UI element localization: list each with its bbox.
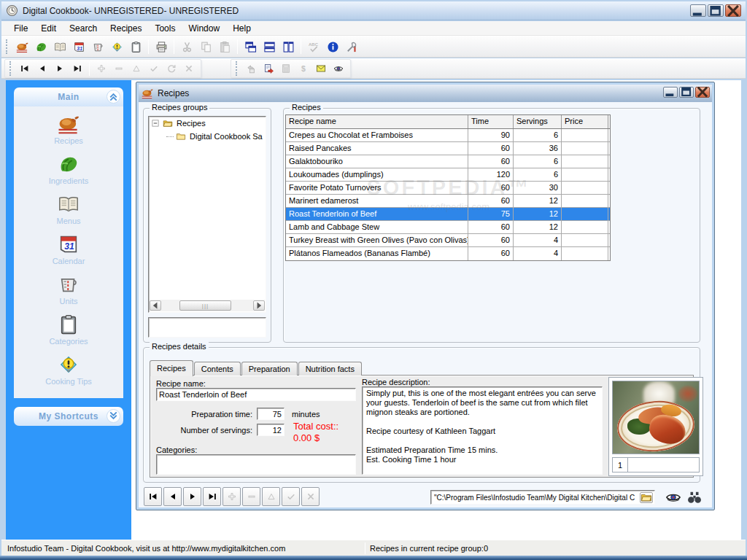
column-header-recipe-name[interactable]: Recipe name (286, 115, 468, 128)
copy-button[interactable] (196, 38, 215, 55)
tree-node-recipes[interactable]: Recipes (149, 117, 266, 130)
delete-record-button[interactable] (242, 487, 260, 506)
table-row[interactable]: Raised Pancakes6036 (286, 142, 610, 155)
scrollbar-thumb[interactable]: ||| (179, 300, 231, 311)
menu-help[interactable]: Help (226, 22, 258, 35)
preparation-time-input[interactable]: 75 (257, 408, 285, 420)
spellcheck-abc-button[interactable]: ABC (304, 38, 323, 55)
recipe-path-field[interactable]: "C:\Program Files\Infostudio Team\My Dig… (430, 490, 655, 505)
nav-first-button[interactable] (144, 487, 162, 506)
units-cup-button[interactable] (88, 38, 107, 55)
categories-input[interactable] (156, 454, 356, 475)
browse-folder-button[interactable] (640, 492, 653, 503)
menu-recipes[interactable]: Recipes (104, 22, 148, 35)
calendar-button[interactable]: 31 (69, 38, 88, 55)
table-row[interactable]: Favorite Potato Turnovers6030 (286, 182, 610, 195)
tab-preparation[interactable]: Preparation (241, 362, 298, 376)
nav-prev-button[interactable] (34, 61, 51, 77)
cancel-record-button[interactable] (180, 61, 198, 77)
table-row[interactable]: Turkey Breast with Green Olives (Pavo co… (286, 234, 610, 247)
close-button[interactable] (725, 4, 741, 17)
table-row[interactable]: Plátanos Flameados (Bananas Flambé)604 (286, 247, 610, 260)
toolbar-grip[interactable] (236, 61, 239, 76)
menu-file[interactable]: File (7, 22, 34, 35)
menu-tools[interactable]: Tools (148, 22, 182, 35)
import-doc-button[interactable] (242, 61, 260, 77)
sidebar-item-menus[interactable]: Menus (56, 193, 80, 225)
export-doc-button[interactable] (260, 61, 277, 77)
sidebar-panel-main-header[interactable]: Main (14, 88, 123, 106)
delete-record-button[interactable] (110, 61, 128, 77)
sidebar-item-calendar[interactable]: 31Calendar (53, 233, 85, 265)
menus-book-button[interactable] (50, 38, 69, 55)
sidebar-item-ingredients[interactable]: Ingredients (49, 153, 88, 185)
nav-last-button[interactable] (203, 487, 221, 506)
cost-dollar-button[interactable]: $ (295, 61, 312, 77)
collapse-main-button[interactable] (107, 90, 120, 104)
child-close-button[interactable] (695, 87, 710, 98)
minimize-button[interactable] (690, 4, 706, 17)
recipe-description-input[interactable]: Simply put, this is one of the most eleg… (362, 386, 603, 475)
edit-record-button[interactable] (262, 487, 280, 506)
table-row[interactable]: Crepes au Chocolat et Framboises906 (286, 129, 610, 142)
ingredients-lettuce-button[interactable] (31, 38, 50, 55)
table-row[interactable]: Loukoumades (dumplings)1206 (286, 168, 610, 182)
table-row[interactable]: Lamb and Cabbage Stew6012 (286, 221, 610, 234)
table-row[interactable]: Roast Tenderloin of Beef7512 (286, 208, 610, 221)
restore-button[interactable] (708, 4, 724, 17)
recipe-name-input[interactable]: Roast Tenderloin of Beef (156, 388, 356, 401)
refresh-record-button[interactable] (163, 61, 180, 77)
table-row[interactable]: Galaktobouriko606 (286, 155, 610, 168)
tile-horizontal-button[interactable] (260, 38, 279, 55)
nav-next-button[interactable] (183, 487, 201, 506)
toolbar-grip[interactable] (6, 39, 9, 54)
edit-record-button[interactable] (128, 61, 145, 77)
tile-vertical-button[interactable] (279, 38, 298, 55)
calculator-button[interactable] (277, 61, 295, 77)
paste-button[interactable] (215, 38, 234, 55)
preview-eye-button[interactable] (665, 489, 681, 505)
sidebar-item-cooking-tips[interactable]: Cooking Tips (45, 354, 92, 386)
child-restore-button[interactable] (679, 87, 694, 98)
categories-clipboard-button[interactable] (126, 38, 145, 55)
menu-search[interactable]: Search (63, 22, 104, 35)
nav-next-button[interactable] (51, 61, 69, 77)
recipes-turkey-button[interactable] (12, 38, 31, 55)
menu-window[interactable]: Window (182, 22, 226, 35)
tree-horizontal-scrollbar[interactable]: ||| (150, 300, 265, 311)
group-notes-box[interactable] (148, 317, 266, 338)
table-row[interactable]: Marinert edamerost6012 (286, 195, 610, 208)
toolbar-grip[interactable] (9, 61, 12, 76)
sidebar-item-categories[interactable]: Categories (49, 314, 88, 346)
column-header-price[interactable]: Price (562, 115, 608, 128)
sidebar-panel-shortcuts-header[interactable]: My Shortcuts (14, 407, 123, 426)
sidebar-item-units[interactable]: Units (58, 273, 80, 306)
preview-eye-button[interactable] (330, 61, 347, 77)
search-binoculars-button[interactable] (686, 489, 703, 505)
nav-prev-button[interactable] (163, 487, 182, 506)
cancel-record-button[interactable] (301, 487, 320, 506)
column-header-time[interactable]: Time (468, 115, 514, 128)
mail-button[interactable] (312, 61, 330, 77)
column-header-servings[interactable]: Servings (514, 115, 562, 128)
servings-input[interactable]: 12 (257, 424, 285, 436)
cut-button[interactable] (177, 38, 196, 55)
nav-first-button[interactable] (16, 61, 34, 77)
cooking-tips-button[interactable] (107, 38, 126, 55)
tab-recipes[interactable]: Recipes (150, 360, 193, 376)
printer-button[interactable] (152, 38, 171, 55)
tab-contents[interactable]: Contents (194, 362, 241, 376)
add-record-button[interactable] (222, 487, 241, 506)
menu-edit[interactable]: Edit (34, 22, 63, 35)
scrollbar-track[interactable]: ||| (161, 300, 253, 311)
add-record-button[interactable] (93, 61, 110, 77)
tree-node-digital-cookbook-sa[interactable]: Digital Cookbook Sa (149, 130, 266, 143)
settings-tools-button[interactable] (342, 38, 361, 55)
tab-nutrition-facts[interactable]: Nutrition facts (298, 362, 362, 376)
post-record-button[interactable] (282, 487, 300, 506)
recipes-window-titlebar[interactable]: Recipes (139, 85, 712, 102)
child-minimize-button[interactable] (663, 87, 678, 98)
nav-last-button[interactable] (69, 61, 86, 77)
scroll-right-button[interactable] (253, 300, 265, 311)
info-button[interactable] (323, 38, 342, 55)
